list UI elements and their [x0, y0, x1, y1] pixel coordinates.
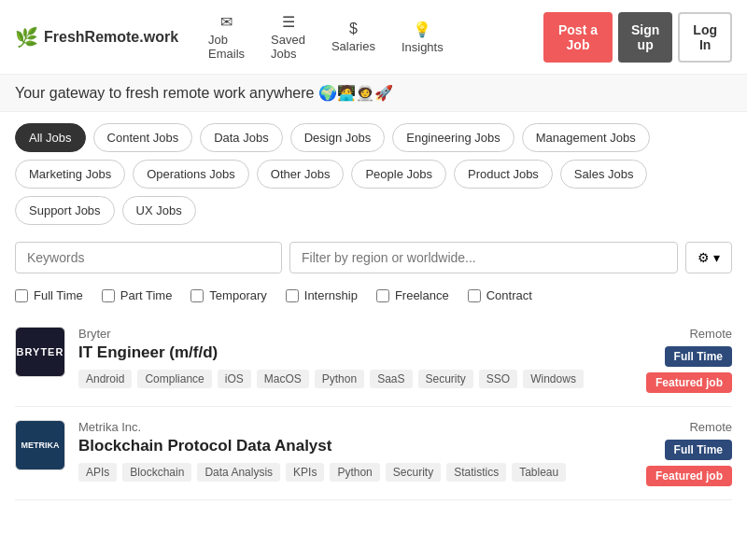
fulltime-badge: Full Time	[665, 346, 732, 367]
job-tag[interactable]: Windows	[523, 370, 584, 388]
category-btn-all[interactable]: All Jobs	[15, 123, 86, 152]
nav-saved-jobs-label: SavedJobs	[271, 33, 305, 61]
filter-label-contract: Contract	[486, 288, 532, 302]
filter-row: Full TimePart TimeTemporaryInternshipFre…	[0, 283, 747, 314]
bulb-icon: 💡	[413, 21, 431, 38]
filter-temporary[interactable]: Temporary	[190, 288, 266, 302]
company-name: Bryter	[78, 327, 626, 341]
nav-job-emails[interactable]: ✉ JobEmails	[197, 7, 256, 66]
job-info: Metrika Inc.Blockchain Protocol Data Ana…	[78, 420, 626, 482]
featured-badge[interactable]: Featured job	[646, 372, 732, 393]
category-btn-people[interactable]: People Jobs	[351, 160, 446, 189]
job-card[interactable]: METRIKAMetrika Inc.Blockchain Protocol D…	[15, 407, 732, 500]
category-btn-support[interactable]: Support Jobs	[15, 196, 115, 225]
job-meta: RemoteFull TimeFeatured job	[639, 420, 732, 486]
job-tag[interactable]: MacOS	[257, 370, 309, 388]
job-tag[interactable]: SSO	[479, 370, 517, 388]
tagline: Your gateway to fresh remote work anywhe…	[0, 75, 747, 112]
filter-label-internship: Internship	[304, 288, 358, 302]
nav-job-emails-label: JobEmails	[208, 33, 245, 61]
category-btn-marketing[interactable]: Marketing Jobs	[15, 160, 125, 189]
job-tag[interactable]: iOS	[218, 370, 251, 388]
job-list: BRYTERBryterIT Engineer (m/f/d)AndroidCo…	[0, 314, 747, 500]
nav-insights[interactable]: 💡 Insights	[390, 15, 455, 60]
job-tag[interactable]: KPIs	[286, 463, 324, 482]
category-btn-design[interactable]: Design Jobs	[290, 123, 386, 152]
dropdown-arrow: ▾	[713, 250, 720, 265]
category-btn-operations[interactable]: Operations Jobs	[133, 160, 249, 189]
dollar-icon: $	[349, 21, 358, 37]
filter-contract[interactable]: Contract	[468, 288, 532, 302]
job-info: BryterIT Engineer (m/f/d)AndroidComplian…	[78, 327, 626, 388]
filter-freelance[interactable]: Freelance	[376, 288, 449, 302]
remote-label: Remote	[689, 327, 732, 341]
filter-internship[interactable]: Internship	[286, 288, 358, 302]
filter-checkbox-part-time[interactable]	[102, 289, 115, 302]
job-meta: RemoteFull TimeFeatured job	[639, 327, 732, 393]
job-title[interactable]: Blockchain Protocol Data Analyst	[78, 437, 626, 455]
log-in-button[interactable]: LogIn	[678, 12, 732, 63]
keywords-input[interactable]	[15, 242, 282, 273]
remote-label: Remote	[689, 420, 732, 434]
job-tags: AndroidComplianceiOSMacOSPythonSaaSSecur…	[78, 370, 626, 388]
filter-checkbox-freelance[interactable]	[376, 289, 389, 302]
list-icon: ☰	[282, 13, 295, 31]
job-tag[interactable]: Security	[418, 370, 473, 388]
job-tag[interactable]: Data Analysis	[197, 463, 280, 482]
filter-checkbox-internship[interactable]	[286, 289, 299, 302]
company-logo-bryter: BRYTER	[15, 327, 65, 377]
job-tag[interactable]: Python	[315, 370, 364, 388]
tagline-text: Your gateway to fresh remote work anywhe…	[15, 85, 393, 101]
filter-label-temporary: Temporary	[209, 288, 266, 302]
category-btn-engineering[interactable]: Engineering Jobs	[392, 123, 514, 152]
filter-label-part-time: Part Time	[120, 288, 173, 302]
job-tag[interactable]: Compliance	[137, 370, 211, 388]
category-btn-content[interactable]: Content Jobs	[93, 123, 193, 152]
category-btn-product[interactable]: Product Jobs	[454, 160, 553, 189]
job-tag[interactable]: Android	[78, 370, 132, 388]
company-name: Metrika Inc.	[78, 420, 626, 434]
header: 🌿 FreshRemote.work ✉ JobEmails ☰ SavedJo…	[0, 0, 747, 75]
nav-buttons: Post aJob Signup LogIn	[543, 12, 732, 63]
filter-part-time[interactable]: Part Time	[102, 288, 173, 302]
job-title[interactable]: IT Engineer (m/f/d)	[78, 343, 626, 362]
job-card[interactable]: BRYTERBryterIT Engineer (m/f/d)AndroidCo…	[15, 314, 732, 407]
nav-saved-jobs[interactable]: ☰ SavedJobs	[260, 7, 317, 66]
nav-salaries[interactable]: $ Salaries	[320, 15, 387, 59]
job-tag[interactable]: Python	[330, 463, 379, 482]
logo-icon: 🌿	[15, 26, 38, 49]
search-row: ⚙ ▾	[0, 232, 747, 283]
logo[interactable]: 🌿 FreshRemote.work	[15, 26, 178, 49]
category-btn-sales[interactable]: Sales Jobs	[560, 160, 648, 189]
job-tag[interactable]: Security	[386, 463, 441, 482]
job-tag[interactable]: SaaS	[370, 370, 412, 388]
company-logo-metrika: METRIKA	[15, 420, 65, 470]
gear-icon: ⚙	[698, 250, 710, 265]
post-job-button[interactable]: Post aJob	[543, 12, 613, 63]
logo-text: FreshRemote.work	[44, 29, 178, 46]
job-tag[interactable]: Blockchain	[122, 463, 191, 482]
category-btn-data[interactable]: Data Jobs	[200, 123, 283, 152]
sign-up-button[interactable]: Signup	[618, 12, 672, 63]
category-btn-other[interactable]: Other Jobs	[257, 160, 345, 189]
nav-insights-label: Insights	[402, 40, 444, 54]
settings-button[interactable]: ⚙ ▾	[685, 242, 732, 273]
job-tag[interactable]: APIs	[78, 463, 117, 482]
filter-checkbox-temporary[interactable]	[190, 289, 204, 302]
job-tag[interactable]: Tableau	[512, 463, 566, 482]
region-input[interactable]	[289, 242, 678, 273]
featured-badge[interactable]: Featured job	[646, 466, 732, 486]
email-icon: ✉	[220, 13, 233, 31]
job-tag[interactable]: Statistics	[446, 463, 506, 482]
filter-label-freelance: Freelance	[395, 288, 449, 302]
filter-full-time[interactable]: Full Time	[15, 288, 83, 302]
filter-checkbox-full-time[interactable]	[15, 289, 28, 302]
nav-links: ✉ JobEmails ☰ SavedJobs $ Salaries 💡 Ins…	[197, 7, 525, 66]
filter-checkbox-contract[interactable]	[468, 289, 481, 302]
category-btn-management[interactable]: Management Jobs	[522, 123, 650, 152]
fulltime-badge: Full Time	[665, 440, 732, 460]
filter-label-full-time: Full Time	[34, 288, 83, 302]
job-tags: APIsBlockchainData AnalysisKPIsPythonSec…	[78, 463, 626, 482]
category-btn-ux[interactable]: UX Jobs	[122, 196, 196, 225]
nav-salaries-label: Salaries	[331, 39, 375, 53]
